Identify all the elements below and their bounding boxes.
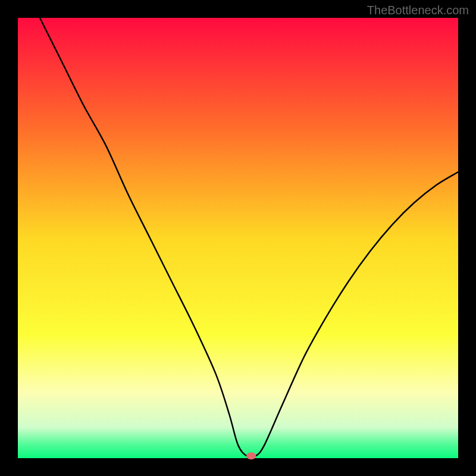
- minimum-marker: [246, 452, 256, 459]
- attribution-text: TheBottleneck.com: [367, 4, 469, 17]
- chart-container: TheBottleneck.com: [0, 0, 476, 476]
- plot-background: [18, 18, 458, 458]
- bottleneck-chart: [0, 0, 476, 476]
